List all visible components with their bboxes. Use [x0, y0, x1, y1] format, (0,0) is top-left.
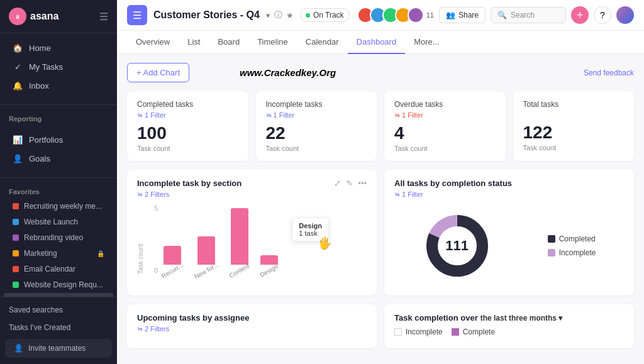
dashboard-content: + Add Chart www.Crackedkey.Org Send feed…	[117, 54, 644, 364]
info-icon[interactable]: ⓘ	[274, 9, 282, 21]
y-axis-top: 5	[149, 205, 158, 212]
fav-item-label: Website Launch	[24, 218, 78, 226]
chevron-down-icon[interactable]: ▾	[266, 11, 270, 20]
tab-dashboard[interactable]: Dashboard	[348, 31, 406, 54]
expand-icon[interactable]: ⤢	[334, 179, 341, 188]
stat-number: 100	[137, 124, 238, 142]
status-label: On Track	[313, 11, 344, 19]
fav-item-label: Website Design Requ...	[24, 280, 103, 289]
invite-icon: 👤	[14, 344, 23, 353]
check-icon: ✓	[13, 62, 23, 72]
chart-filter[interactable]: ≒ 1 Filter	[394, 190, 624, 199]
fav-item-website-design[interactable]: Website Design Requ...	[4, 277, 113, 292]
tab-timeline[interactable]: Timeline	[248, 31, 297, 54]
watermark: www.Crackedkey.Org	[240, 67, 336, 78]
donut-chart-card: All tasks by completion status ≒ 1 Filte…	[384, 170, 634, 295]
saved-searches-item[interactable]: Saved searches	[0, 301, 117, 319]
home-icon: 🏠	[13, 43, 23, 53]
question-icon: ?	[600, 10, 605, 20]
stat-number: 122	[523, 124, 625, 141]
topbar: ☰ Customer Stories - Q4 ▾ ⓘ ★ On Track 1…	[117, 0, 644, 31]
add-chart-button[interactable]: + Add Chart	[127, 63, 189, 82]
search-icon: 🔍	[497, 11, 507, 19]
profile-avatar[interactable]	[616, 6, 634, 24]
tab-calendar[interactable]: Calendar	[297, 31, 348, 54]
status-badge[interactable]: On Track	[300, 8, 350, 22]
assignee-filter[interactable]: ≒ 2 Filters	[137, 325, 367, 333]
charts-row: Incomplete task by section ⤢ ✎ ••• ≒ 2 F…	[127, 170, 634, 295]
bar-label-3: Design	[258, 263, 279, 279]
sidebar-bottom: Saved searches Tasks I've Created 👤 Invi…	[0, 297, 117, 364]
chart-title: Incomplete task by section	[137, 179, 334, 188]
topbar-icons: ▾ ⓘ ★	[266, 9, 294, 21]
sidebar-item-home[interactable]: 🏠 Home	[4, 39, 113, 57]
bar-group-1: New for...	[193, 236, 219, 274]
tab-overview[interactable]: Overview	[127, 31, 179, 54]
fav-item-website-launch[interactable]: Website Launch	[4, 214, 113, 229]
invite-teammates-button[interactable]: 👤 Invite teammates	[5, 339, 112, 358]
tab-board[interactable]: Board	[209, 31, 248, 54]
add-button[interactable]: +	[571, 6, 589, 24]
share-button[interactable]: 👥 Share	[439, 7, 486, 23]
stat-filter[interactable]: ≒ 1 Filter	[266, 111, 367, 119]
reporting-section-title: Reporting	[0, 109, 117, 125]
stat-card-completed: Completed tasks ≒ 1 Filter 100 Task coun…	[127, 91, 248, 161]
bar-chart-card: Incomplete task by section ⤢ ✎ ••• ≒ 2 F…	[127, 170, 377, 295]
saved-searches-label: Saved searches	[9, 306, 63, 314]
project-icon: ☰	[127, 5, 147, 25]
stat-filter-overdue[interactable]: ≒ 1 Filter	[394, 111, 496, 119]
sidebar-item-my-tasks[interactable]: ✓ My Tasks	[4, 58, 113, 76]
sidebar-item-label: Inbox	[29, 81, 49, 91]
y-axis-values: 5 0	[149, 205, 158, 274]
sidebar-item-inbox[interactable]: 🔔 Inbox	[4, 77, 113, 95]
search-box[interactable]: 🔍 Search	[491, 7, 566, 23]
asana-logo: a asana	[9, 8, 58, 25]
fav-item-label: Email Calendar	[24, 265, 75, 273]
send-feedback-link[interactable]: Send feedback	[584, 69, 634, 77]
portfolios-icon: 📊	[13, 135, 23, 145]
fav-item-email-calendar[interactable]: Email Calendar	[4, 262, 113, 277]
stat-label: Task count	[266, 145, 367, 152]
period-dropdown[interactable]: the last three months ▾	[480, 314, 563, 323]
tasks-created-item[interactable]: Tasks I've Created	[0, 319, 117, 336]
sidebar-item-label: Goals	[29, 154, 50, 163]
sidebar-item-goals[interactable]: 👤 Goals	[4, 150, 113, 168]
bar-0[interactable]	[164, 246, 181, 265]
fav-item-label: Marketing	[24, 249, 57, 258]
fav-item-marketing[interactable]: Marketing 🔒	[4, 246, 113, 261]
tab-more[interactable]: More...	[405, 31, 448, 54]
star-icon[interactable]: ★	[286, 11, 294, 20]
stat-title: Total tasks	[523, 100, 625, 109]
stat-filter[interactable]: ≒ 1 Filter	[137, 111, 238, 119]
stat-label: Task count	[394, 145, 496, 152]
chart-filter[interactable]: ≒ 2 Filters	[137, 190, 367, 199]
share-icon: 👥	[446, 11, 455, 19]
tab-list[interactable]: List	[179, 31, 209, 54]
stat-label: Task count	[137, 145, 238, 152]
status-dot	[306, 13, 310, 18]
stats-row: Completed tasks ≒ 1 Filter 100 Task coun…	[127, 91, 634, 161]
fav-dot	[13, 234, 19, 241]
bar-2[interactable]	[231, 208, 248, 265]
donut-container: 111	[423, 211, 492, 280]
more-icon[interactable]: •••	[358, 179, 367, 188]
share-label: Share	[458, 11, 479, 19]
bar-label-2: Content	[228, 262, 251, 279]
legend-incomplete: Incomplete	[548, 248, 596, 257]
edit-icon[interactable]: ✎	[346, 179, 353, 188]
fav-dot	[13, 266, 19, 272]
asana-wordmark: asana	[30, 11, 58, 22]
goals-icon: 👤	[13, 154, 23, 163]
legend-complete: Complete	[452, 328, 495, 336]
bar-1[interactable]	[197, 236, 215, 265]
sidebar-item-portfolios[interactable]: 📊 Portfolios	[4, 131, 113, 149]
fav-item-recruiting[interactable]: Recruiting weekly me...	[4, 199, 113, 214]
incomplete-legend-box	[394, 328, 402, 336]
bars-area: Recurr... New for... Content	[160, 205, 367, 274]
sidebar-collapse-button[interactable]: ☰	[99, 11, 108, 23]
help-button[interactable]: ?	[594, 6, 611, 24]
bar-group-0: Recurr...	[160, 246, 184, 274]
avatars-group: 11	[357, 7, 434, 23]
fav-item-rebranding[interactable]: Rebranding video	[4, 230, 113, 245]
legend-incomplete-label: Incomplete	[559, 248, 596, 257]
